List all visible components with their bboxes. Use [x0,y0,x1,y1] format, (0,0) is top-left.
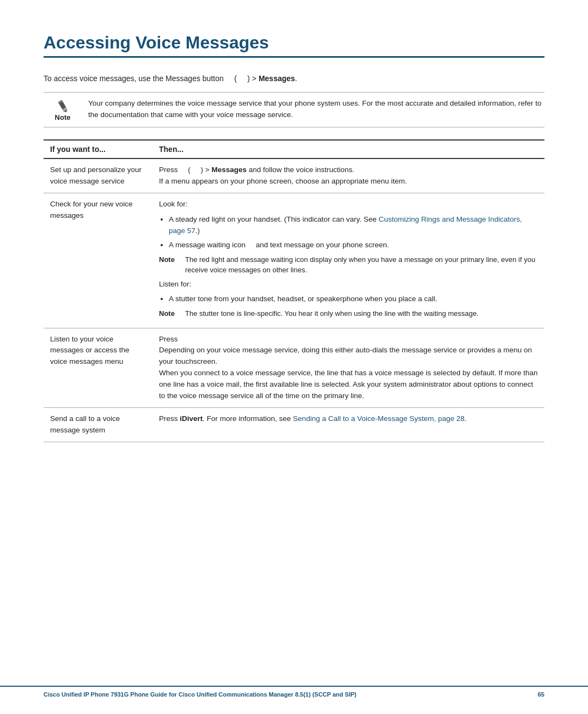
look-for-bullet-2: A message waiting icon and text message … [169,239,538,251]
listen-for-bullet-1: A stutter tone from your handset, headse… [169,293,538,305]
footer-left: Cisco Unified IP Phone 7931G Phone Guide… [44,691,357,698]
look-for-bullet-1: A steady red light on your handset. (Thi… [169,213,538,237]
row2-if: Check for your new voice messages [44,193,152,328]
table-row: Send a call to a voice message system Pr… [44,408,544,442]
note-pencil-icon [55,98,70,113]
note-box: Note Your company determines the voice m… [44,92,544,127]
look-for-note-box: Note The red light and message waiting i… [159,254,538,276]
col-if-header: If you want to... [44,140,152,158]
listen-for-note-content: The stutter tone is line-specific. You h… [185,308,479,319]
note-content: Your company determines the voice messag… [88,98,544,121]
listen-for-bullets: A stutter tone from your handset, headse… [169,293,538,305]
row1-then: Press ( ) > Messages and follow the voic… [152,158,544,193]
listen-for-note-label: Note [159,308,180,319]
look-for-label: Look for: [159,199,538,210]
note-icon-area: Note [44,98,82,121]
look-for-note-label: Note [159,254,180,276]
table-row: Listen to your voice messages or access … [44,328,544,408]
title-divider [44,56,544,58]
listen-for-label: Listen for: [159,279,538,290]
row4-then: Press iDivert. For more information, see… [152,408,544,442]
col-then-header: Then... [152,140,544,158]
row3-then: Press Depending on your voice message se… [152,328,544,408]
page-footer: Cisco Unified IP Phone 7931G Phone Guide… [0,686,588,698]
row3-then-press: Press [159,334,538,345]
table-row: Check for your new voice messages Look f… [44,193,544,328]
customizing-rings-link[interactable]: Customizing Rings and Message Indicators… [169,215,522,235]
table-row: Set up and personalize your voice messag… [44,158,544,193]
row3-then-line3: When you connect to a voice message serv… [159,368,538,402]
row1-then-line2: If a menu appears on your phone screen, … [159,176,538,187]
row3-then-line2: Depending on your voice message service,… [159,345,538,368]
row2-then: Look for: A steady red light on your han… [152,193,544,328]
look-for-bullets: A steady red light on your handset. (Thi… [169,213,538,251]
row4-if: Send a call to a voice message system [44,408,152,442]
row1-if: Set up and personalize your voice messag… [44,158,152,193]
look-for-note-content: The red light and message waiting icon d… [185,254,538,276]
page-title: Accessing Voice Messages [44,33,544,53]
main-table: If you want to... Then... Set up and per… [44,139,544,442]
row1-then-line1: Press ( ) > Messages and follow the voic… [159,164,538,176]
listen-for-note-box: Note The stutter tone is line-specific. … [159,308,538,319]
idivert-label: iDivert [180,414,203,423]
intro-text: To access voice messages, use the Messag… [44,73,544,84]
footer-page-number: 65 [538,691,544,698]
send-call-link[interactable]: Sending a Call to a Voice-Message System… [293,414,464,423]
note-label: Note [55,113,71,121]
row3-if: Listen to your voice messages or access … [44,328,152,408]
